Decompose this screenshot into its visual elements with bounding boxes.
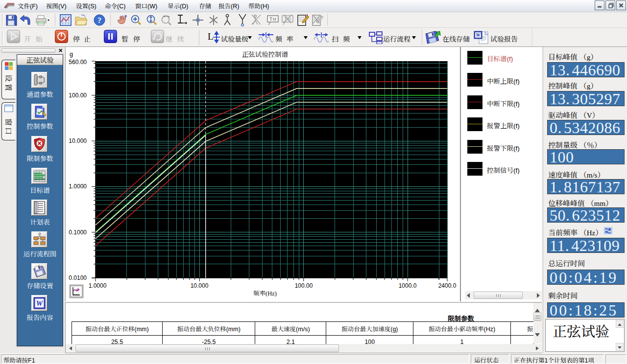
svg-text:0.0100: 0.0100 bbox=[69, 274, 87, 281]
svg-text:g: g bbox=[70, 51, 73, 58]
svg-text:Txt: Txt bbox=[269, 16, 276, 22]
svg-text:0.1000: 0.1000 bbox=[69, 229, 87, 236]
svg-text:2400.0: 2400.0 bbox=[438, 282, 457, 289]
svg-text:100.00: 100.00 bbox=[295, 282, 313, 289]
svg-text:1000.0: 1000.0 bbox=[399, 282, 417, 289]
svg-text:560.00: 560.00 bbox=[69, 59, 87, 66]
svg-text:1.0000: 1.0000 bbox=[69, 183, 87, 190]
svg-text:1.0000: 1.0000 bbox=[89, 282, 107, 289]
svg-text:100.00: 100.00 bbox=[69, 92, 87, 99]
svg-text:W: W bbox=[476, 32, 481, 38]
svg-text:正弦试验控制谱: 正弦试验控制谱 bbox=[242, 49, 289, 59]
svg-text:频率(Hz): 频率(Hz) bbox=[253, 289, 277, 297]
svg-text:?: ? bbox=[97, 16, 101, 24]
svg-text:10.000: 10.000 bbox=[191, 282, 209, 289]
svg-text:10.000: 10.000 bbox=[69, 137, 87, 144]
svg-text:W: W bbox=[36, 299, 44, 307]
